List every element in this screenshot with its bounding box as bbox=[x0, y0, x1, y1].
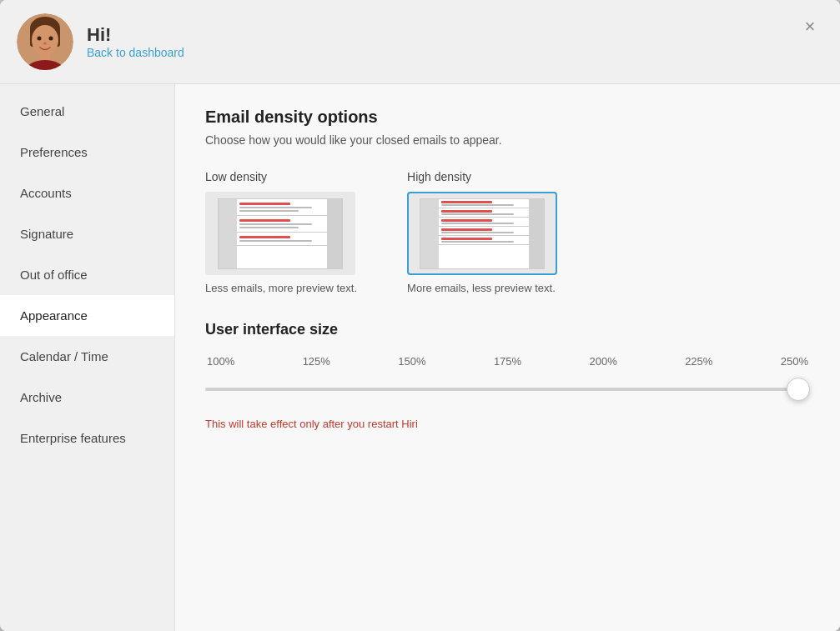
sidebar-item-accounts[interactable]: Accounts bbox=[0, 173, 174, 213]
svg-point-5 bbox=[38, 37, 42, 41]
low-density-caption: Less emails, more preview text. bbox=[205, 282, 357, 294]
low-density-preview-inner bbox=[218, 198, 343, 269]
low-density-option: Low density bbox=[205, 170, 357, 294]
sidebar-item-calendar-time[interactable]: Calendar / Time bbox=[0, 336, 174, 377]
dialog-body: General Preferences Accounts Signature O… bbox=[0, 84, 840, 631]
preview-row-h4 bbox=[439, 227, 529, 236]
slider-labels: 100% 125% 150% 175% 200% 225% 250% bbox=[205, 355, 810, 368]
low-density-label: Low density bbox=[205, 170, 267, 183]
sidebar-item-enterprise-features[interactable]: Enterprise features bbox=[0, 418, 174, 458]
slider-label-150: 150% bbox=[398, 355, 425, 368]
preview-sidebar bbox=[219, 199, 237, 268]
density-options: Low density bbox=[205, 170, 810, 294]
sidebar-item-out-of-office[interactable]: Out of office bbox=[0, 254, 174, 295]
sidebar-item-general[interactable]: General bbox=[0, 91, 174, 132]
preview-row-2 bbox=[237, 216, 327, 233]
preview-line-gray-4 bbox=[239, 227, 299, 228]
slider-label-175: 175% bbox=[494, 355, 521, 368]
preview-line-red-h4 bbox=[441, 228, 492, 231]
preview-line-gray-h1 bbox=[441, 204, 514, 206]
svg-point-7 bbox=[43, 43, 47, 45]
avatar bbox=[17, 13, 73, 70]
sidebar: General Preferences Accounts Signature O… bbox=[0, 84, 175, 631]
preview-row-h1 bbox=[439, 199, 529, 208]
preview-row-h5 bbox=[439, 236, 529, 245]
ui-size-slider-container bbox=[205, 374, 810, 404]
preview-line-red-1 bbox=[239, 203, 290, 205]
preview-line-gray-1 bbox=[239, 207, 312, 208]
sidebar-item-preferences[interactable]: Preferences bbox=[0, 132, 174, 173]
svg-point-6 bbox=[49, 37, 53, 41]
svg-point-4 bbox=[32, 25, 58, 55]
preview-line-gray-3 bbox=[239, 223, 312, 225]
preview-line-gray-h4 bbox=[441, 232, 514, 233]
restart-notice: This will take effect only after you res… bbox=[205, 418, 810, 430]
preview-main-high bbox=[439, 199, 529, 268]
high-density-label: High density bbox=[407, 170, 471, 183]
ui-size-title: User interface size bbox=[205, 321, 810, 338]
preview-row-1 bbox=[237, 199, 327, 216]
high-density-preview[interactable] bbox=[407, 192, 557, 275]
preview-line-gray-h5 bbox=[441, 241, 514, 243]
slider-track bbox=[205, 388, 810, 391]
slider-fill bbox=[205, 388, 795, 391]
back-to-dashboard-link[interactable]: Back to dashboard bbox=[87, 46, 184, 59]
preview-line-red-h2 bbox=[441, 210, 492, 213]
preview-line-red-h5 bbox=[441, 238, 492, 240]
sidebar-item-signature[interactable]: Signature bbox=[0, 213, 174, 254]
preview-line-red-h1 bbox=[441, 201, 492, 203]
high-density-caption: More emails, less preview text. bbox=[407, 282, 556, 294]
header-text: Hi! Back to dashboard bbox=[87, 24, 184, 59]
preview-right bbox=[327, 199, 342, 268]
close-button[interactable]: × bbox=[797, 13, 823, 40]
preview-line-gray-h2 bbox=[441, 213, 514, 215]
slider-thumb[interactable] bbox=[787, 378, 810, 401]
slider-label-225: 225% bbox=[685, 355, 712, 368]
preview-line-gray-2 bbox=[239, 210, 299, 212]
settings-dialog: Hi! Back to dashboard × General Preferen… bbox=[0, 0, 840, 631]
density-title: Email density options bbox=[205, 108, 810, 127]
slider-label-125: 125% bbox=[303, 355, 330, 368]
preview-line-gray-h3 bbox=[441, 223, 514, 224]
preview-row-3 bbox=[237, 233, 327, 246]
preview-line-red-2 bbox=[239, 219, 290, 222]
preview-row-h3 bbox=[439, 218, 529, 227]
low-density-preview[interactable] bbox=[205, 192, 355, 275]
greeting-text: Hi! bbox=[87, 24, 184, 46]
preview-row-h2 bbox=[439, 208, 529, 218]
main-content: Email density options Choose how you wou… bbox=[175, 84, 840, 631]
density-description: Choose how you would like your closed em… bbox=[205, 133, 810, 147]
preview-sidebar-high bbox=[420, 199, 439, 268]
slider-label-250: 250% bbox=[781, 355, 808, 368]
slider-label-100: 100% bbox=[207, 355, 234, 368]
preview-line-red-3 bbox=[239, 236, 290, 238]
preview-line-red-h3 bbox=[441, 219, 492, 222]
high-density-option: High density bbox=[407, 170, 557, 294]
slider-label-200: 200% bbox=[590, 355, 617, 368]
preview-right-high bbox=[529, 199, 544, 268]
sidebar-item-archive[interactable]: Archive bbox=[0, 377, 174, 418]
high-density-preview-inner bbox=[420, 198, 545, 269]
dialog-header: Hi! Back to dashboard × bbox=[0, 0, 840, 84]
preview-main bbox=[237, 199, 327, 268]
sidebar-item-appearance[interactable]: Appearance bbox=[0, 295, 174, 336]
preview-line-gray-5 bbox=[239, 240, 312, 242]
